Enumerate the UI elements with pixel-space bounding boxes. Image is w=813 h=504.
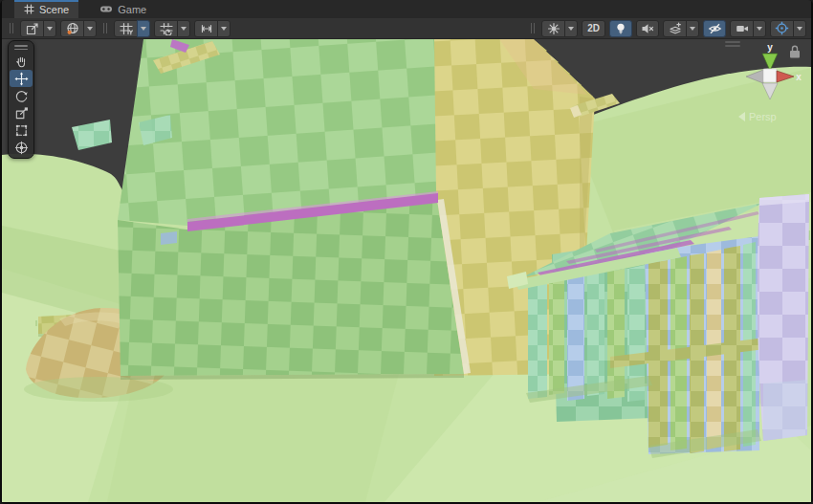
gizmo-center-cube[interactable] [763, 69, 777, 82]
gizmo-x-label: x [796, 72, 802, 82]
hand-icon [14, 55, 29, 69]
tool-rotate[interactable] [10, 87, 33, 104]
transform-icon [14, 141, 29, 155]
pivot-icon [26, 22, 39, 35]
chevron-down-icon [221, 27, 227, 31]
camera-settings-dropdown[interactable] [753, 20, 766, 37]
chevron-down-icon [797, 27, 802, 31]
tab-game[interactable]: Game [90, 0, 156, 18]
tool-view[interactable] [10, 53, 33, 70]
lightbulb-icon [614, 22, 627, 35]
tab-game-label: Game [118, 4, 146, 15]
chevron-down-icon [181, 27, 187, 31]
tool-rect[interactable] [10, 121, 33, 139]
lavender-pillar[interactable] [758, 194, 809, 441]
tool-move[interactable] [10, 70, 33, 87]
grid-snapping-dropdown[interactable] [177, 20, 190, 37]
tab-bar: Scene Game [2, 0, 811, 18]
lighting-toggle-button[interactable] [609, 20, 632, 37]
tab-scene-label: Scene [39, 4, 69, 15]
chevron-down-icon [87, 27, 93, 31]
snap-increment-dropdown[interactable] [217, 20, 231, 37]
overlay-handle[interactable] [725, 41, 740, 43]
tab-scene[interactable]: Scene [14, 0, 78, 18]
scene-viewport[interactable]: y x Persp [2, 39, 811, 502]
overlay-handle[interactable] [725, 45, 740, 47]
projection-toggle[interactable]: Persp [738, 111, 777, 122]
scale-icon [14, 106, 29, 121]
chevron-down-icon [757, 27, 762, 31]
game-controller-icon [99, 4, 113, 14]
grid-snapping-button[interactable] [154, 20, 190, 37]
rect-icon [14, 123, 29, 138]
projection-label: Persp [749, 111, 777, 122]
scene-render: y x Persp [2, 39, 811, 502]
unity-scene-view-window: Scene Game [0, 0, 813, 504]
tool-scale[interactable] [10, 104, 33, 121]
move-icon [14, 72, 29, 86]
scene-toolbar: 2D [2, 18, 811, 39]
gizmos-button[interactable] [770, 20, 806, 37]
draw-mode-dropdown[interactable] [564, 20, 578, 37]
burst-icon [547, 22, 560, 35]
orientation-button[interactable] [60, 20, 97, 37]
pivot-mode-button[interactable] [20, 20, 56, 37]
tool-settings-handle[interactable] [10, 23, 13, 33]
orientation-dropdown[interactable] [83, 20, 97, 37]
audio-toggle-button[interactable] [636, 20, 659, 37]
2d-label: 2D [582, 23, 604, 33]
chevron-down-icon [568, 27, 574, 31]
gizmo-y-label: y [767, 42, 773, 53]
snap-increment-icon [200, 22, 213, 35]
tools-overlay [8, 40, 34, 159]
camera-settings-button[interactable] [730, 20, 766, 37]
effects-icon [669, 22, 682, 35]
grid-snap-handle[interactable] [103, 23, 107, 33]
draw-mode-button[interactable] [541, 20, 578, 37]
snap-increment-button[interactable] [194, 20, 231, 37]
tool-transform[interactable] [10, 139, 33, 156]
2d-toggle-button[interactable]: 2D [582, 20, 605, 37]
rotate-icon [14, 89, 29, 103]
grid-visibility-dropdown[interactable] [137, 20, 150, 37]
gizmos-dropdown[interactable] [793, 20, 806, 37]
tools-overlay-handle[interactable] [14, 43, 28, 53]
effects-dropdown[interactable] [686, 20, 699, 37]
grid-visibility-button[interactable] [114, 20, 150, 37]
eye-slash-icon [708, 22, 722, 35]
pivot-dropdown[interactable] [43, 20, 56, 37]
camera-icon [736, 22, 749, 35]
chevron-down-icon [690, 27, 695, 31]
chevron-down-icon [141, 27, 146, 31]
effects-button[interactable] [663, 20, 699, 37]
view-options-handle[interactable] [531, 23, 535, 33]
scene-visibility-button[interactable] [703, 20, 726, 37]
grid-snap-icon [160, 22, 173, 35]
grid-icon [120, 22, 133, 35]
scene-grid-icon [24, 4, 34, 14]
audio-muted-icon [641, 22, 654, 35]
chevron-down-icon [47, 27, 53, 31]
globe-icon [66, 22, 79, 35]
gizmos-icon [775, 21, 789, 35]
